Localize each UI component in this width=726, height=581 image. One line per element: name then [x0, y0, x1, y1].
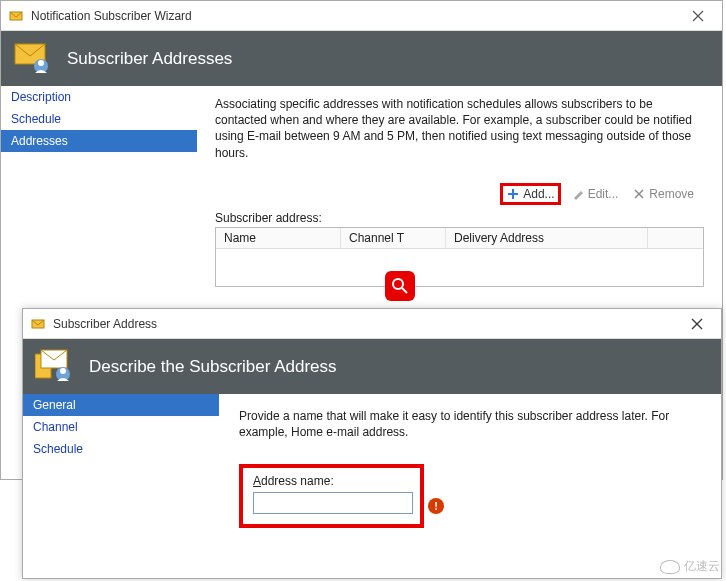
- close-button[interactable]: [678, 2, 718, 30]
- sidebar-item-schedule[interactable]: Schedule: [23, 438, 219, 460]
- table-header: Name Channel T Delivery Address: [216, 228, 703, 249]
- close-icon: [692, 10, 704, 22]
- address-name-input[interactable]: [253, 492, 413, 514]
- sidebar-item-addresses[interactable]: Addresses: [1, 130, 197, 152]
- description-text: Provide a name that will make it easy to…: [239, 408, 701, 440]
- svg-line-11: [402, 288, 407, 293]
- app-icon: [9, 8, 25, 24]
- address-window: Subscriber Address Describe the Subscrib…: [22, 308, 722, 579]
- column-delivery[interactable]: Delivery Address: [446, 228, 648, 248]
- svg-point-5: [38, 60, 44, 66]
- pencil-icon: [571, 187, 585, 201]
- column-name[interactable]: Name: [216, 228, 341, 248]
- add-label: Add...: [523, 187, 554, 201]
- window-title: Notification Subscriber Wizard: [31, 9, 678, 23]
- sidebar: General Channel Schedule: [23, 394, 219, 578]
- banner-title: Subscriber Addresses: [67, 49, 232, 69]
- svg-point-10: [393, 279, 403, 289]
- svg-point-18: [60, 368, 66, 374]
- column-channel[interactable]: Channel T: [341, 228, 446, 248]
- address-name-label: AAddress name:ddress name:: [253, 474, 410, 488]
- banner-icon: [35, 348, 75, 386]
- remove-icon: [632, 187, 646, 201]
- banner: Describe the Subscriber Address: [23, 339, 721, 394]
- banner-title: Describe the Subscriber Address: [89, 357, 337, 377]
- sidebar-item-channel[interactable]: Channel: [23, 416, 219, 438]
- watermark: 亿速云: [660, 558, 720, 575]
- description-text: Associating specific addresses with noti…: [215, 96, 704, 161]
- sidebar-item-description[interactable]: Description: [1, 86, 197, 108]
- window-title: Subscriber Address: [53, 317, 677, 331]
- error-icon: !: [428, 498, 444, 514]
- toolbar: Add... Edit... Remove: [215, 183, 704, 205]
- zoom-highlight-icon: [385, 271, 415, 301]
- content-area: Provide a name that will make it easy to…: [219, 394, 721, 578]
- remove-label: Remove: [649, 187, 694, 201]
- add-button[interactable]: Add...: [500, 183, 560, 205]
- close-button[interactable]: [677, 310, 717, 338]
- address-name-highlight: AAddress name:ddress name: !: [239, 464, 424, 528]
- sidebar-item-schedule[interactable]: Schedule: [1, 108, 197, 130]
- sidebar-item-general[interactable]: General: [23, 394, 219, 416]
- remove-button[interactable]: Remove: [628, 185, 698, 203]
- titlebar: Subscriber Address: [23, 309, 721, 339]
- plus-icon: [506, 187, 520, 201]
- banner: Subscriber Addresses: [1, 31, 722, 86]
- app-icon: [31, 316, 47, 332]
- titlebar: Notification Subscriber Wizard: [1, 1, 722, 31]
- edit-button[interactable]: Edit...: [567, 185, 623, 203]
- table-label: Subscriber address:: [215, 211, 704, 225]
- column-spacer: [648, 228, 703, 248]
- address-table: Name Channel T Delivery Address: [215, 227, 704, 287]
- close-icon: [691, 318, 703, 330]
- edit-label: Edit...: [588, 187, 619, 201]
- banner-icon: [13, 40, 53, 78]
- cloud-icon: [660, 560, 680, 574]
